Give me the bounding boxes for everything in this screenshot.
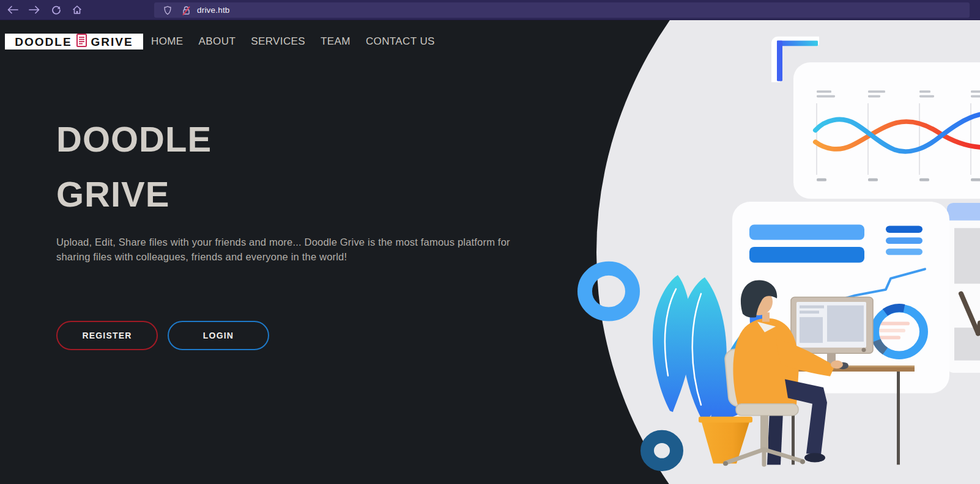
nav-item-home[interactable]: HOME bbox=[151, 35, 184, 48]
doodle-grive-landing-page: DOODLE GRIVE HOME ABOUT SERVICES TEAM CO… bbox=[0, 20, 980, 484]
hero-description: Upload, Edit, Share files with your frie… bbox=[56, 235, 516, 264]
hero-buttons: REGISTER LOGIN bbox=[56, 321, 269, 350]
page-title-line2: GRIVE bbox=[56, 167, 212, 222]
progress-bar-dark bbox=[749, 247, 864, 263]
page-title-line1: DOODLE bbox=[56, 112, 212, 167]
nav-item-about[interactable]: ABOUT bbox=[199, 35, 236, 48]
insecure-lock-icon[interactable] bbox=[181, 6, 191, 15]
register-button[interactable]: REGISTER bbox=[56, 321, 158, 350]
url-text: drive.htb bbox=[197, 6, 230, 15]
reload-icon[interactable] bbox=[51, 4, 62, 15]
background-card-right bbox=[947, 203, 980, 373]
logo-word-grive: GRIVE bbox=[91, 36, 133, 48]
site-logo[interactable]: DOODLE GRIVE bbox=[5, 34, 143, 50]
document-icon bbox=[76, 34, 87, 50]
progress-bar-light bbox=[749, 224, 864, 240]
nav-item-team[interactable]: TEAM bbox=[321, 35, 351, 48]
tracking-shield-icon[interactable] bbox=[163, 6, 173, 15]
url-bar[interactable]: drive.htb bbox=[154, 2, 970, 18]
hero-illustration bbox=[551, 20, 980, 484]
browser-toolbar: drive.htb bbox=[0, 0, 980, 20]
back-icon[interactable] bbox=[7, 4, 18, 15]
nav-item-services[interactable]: SERVICES bbox=[251, 35, 305, 48]
nav-item-contact-us[interactable]: CONTACT US bbox=[366, 35, 435, 48]
person-hand bbox=[831, 361, 843, 369]
home-icon[interactable] bbox=[72, 4, 83, 15]
wave-chart-card bbox=[793, 62, 980, 199]
logo-word-doodle: DOODLE bbox=[15, 36, 72, 48]
site-navbar: DOODLE GRIVE HOME ABOUT SERVICES TEAM CO… bbox=[5, 34, 435, 50]
person-shoe bbox=[804, 453, 825, 462]
page-title: DOODLE GRIVE bbox=[56, 112, 212, 222]
nav-links: HOME ABOUT SERVICES TEAM CONTACT US bbox=[151, 35, 435, 48]
forward-icon[interactable] bbox=[29, 4, 40, 15]
login-button[interactable]: LOGIN bbox=[168, 321, 269, 350]
